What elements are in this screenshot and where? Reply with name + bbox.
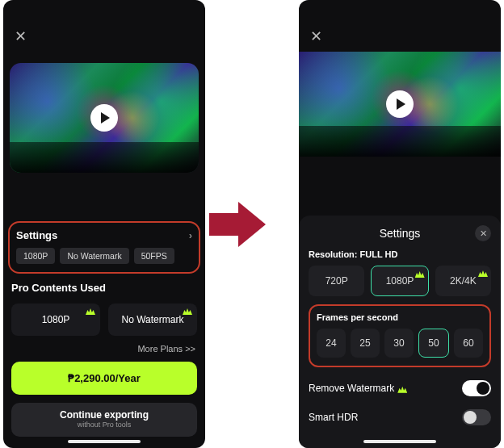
pro-card-label: 1080P (42, 314, 70, 325)
arrow-right-icon (238, 202, 266, 247)
chevron-right-icon: › (189, 229, 192, 241)
chip-watermark: No Watermark (60, 248, 128, 264)
smart-hdr-label: Smart HDR (309, 412, 358, 423)
sheet-header: Settings ✕ (309, 224, 491, 243)
screen-before: ✕ Settings › 1080P No Watermark 50FPS Pr… (3, 0, 205, 448)
fps-50[interactable]: 50 (418, 329, 449, 358)
toggle-knob (464, 411, 477, 424)
smart-hdr-toggle[interactable] (462, 409, 491, 425)
fps-60[interactable]: 60 (454, 329, 483, 358)
play-icon[interactable] (386, 90, 414, 118)
pro-card-resolution[interactable]: 1080P (11, 304, 100, 336)
continue-label: Continue exporting (11, 409, 197, 421)
screen-after: ✕ Settings ✕ Resolution: FULL HD 720P 10… (299, 0, 501, 448)
transition-arrow (205, 0, 299, 448)
fps-options: 24 25 30 50 60 (317, 329, 483, 358)
remove-watermark-row: Remove Watermark (309, 380, 491, 396)
crown-icon (397, 385, 407, 393)
chip-resolution: 1080P (16, 248, 55, 264)
chip-fps: 50FPS (134, 248, 174, 264)
resolution-1080p[interactable]: 1080P (371, 266, 428, 296)
pro-contents-heading: Pro Contents Used (11, 282, 197, 294)
fps-highlight: Frames per second 24 25 30 50 60 (309, 304, 491, 367)
settings-sheet: Settings ✕ Resolution: FULL HD 720P 1080… (299, 216, 501, 448)
crowd (10, 142, 199, 173)
video-preview[interactable] (10, 63, 199, 173)
sheet-title: Settings (380, 227, 421, 240)
video-preview[interactable] (299, 52, 501, 157)
fps-30[interactable]: 30 (384, 329, 414, 358)
continue-sublabel: without Pro tools (11, 421, 197, 429)
settings-label: Settings (16, 229, 57, 241)
settings-row[interactable]: Settings › (16, 229, 192, 241)
continue-export-button[interactable]: Continue exporting without Pro tools (11, 403, 197, 437)
fps-25[interactable]: 25 (351, 329, 380, 358)
remove-watermark-label: Remove Watermark (309, 383, 407, 394)
home-indicator (363, 440, 436, 443)
crowd (299, 126, 501, 157)
resolution-label: Resolution: FULL HD (309, 249, 491, 259)
fps-label: Frames per second (317, 312, 483, 322)
crown-icon (478, 269, 488, 277)
more-plans-link[interactable]: More Plans >> (3, 344, 195, 354)
resolution-options: 720P 1080P 2K/4K (309, 266, 491, 296)
pro-cards: 1080P No Watermark (11, 304, 197, 336)
crown-icon (86, 307, 95, 315)
settings-chips: 1080P No Watermark 50FPS (16, 248, 192, 264)
home-indicator (68, 440, 141, 443)
sheet-close-icon[interactable]: ✕ (475, 225, 491, 241)
fps-24[interactable]: 24 (317, 329, 346, 358)
close-icon[interactable]: ✕ (15, 27, 27, 45)
remove-watermark-toggle[interactable] (462, 380, 491, 396)
pro-card-label: No Watermark (122, 314, 184, 325)
settings-row-highlight: Settings › 1080P No Watermark 50FPS (8, 221, 200, 274)
purchase-button[interactable]: ₱2,290.00/Year (11, 362, 197, 395)
resolution-720p[interactable]: 720P (309, 266, 364, 296)
crown-icon (415, 270, 425, 278)
play-icon[interactable] (90, 104, 118, 132)
smart-hdr-row: Smart HDR (309, 409, 491, 425)
toggle-knob (477, 382, 489, 395)
crown-icon (183, 307, 192, 315)
pro-card-watermark[interactable]: No Watermark (108, 304, 197, 336)
resolution-2k4k[interactable]: 2K/4K (435, 266, 491, 296)
close-icon[interactable]: ✕ (310, 27, 322, 45)
